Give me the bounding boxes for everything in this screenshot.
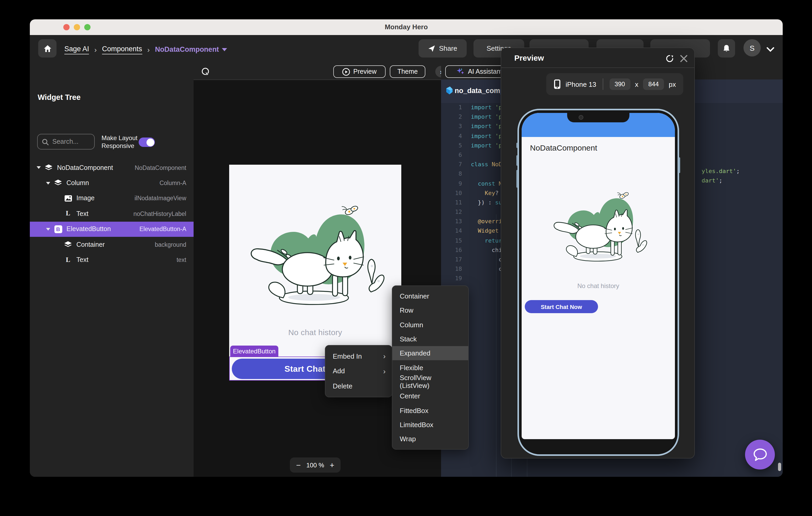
bell-icon <box>723 44 730 53</box>
zoom-in-button[interactable]: + <box>329 461 334 469</box>
dimension-separator: x <box>635 80 638 88</box>
account-chevron-down-icon[interactable] <box>766 47 774 52</box>
device-selector[interactable]: iPhone 13 390 x 844 px <box>546 73 683 95</box>
submenu-item-flexible[interactable]: Flexible <box>393 361 468 375</box>
dart-file-icon <box>446 86 453 95</box>
context-menu-item-add[interactable]: Add› <box>325 364 392 378</box>
layers-icon <box>45 163 53 172</box>
breadcrumb-current[interactable]: NoDataComponent <box>155 45 227 53</box>
sparkles-icon <box>457 67 465 76</box>
tree-row-nodatacomponent[interactable]: NoDataComponentNoDataComponent <box>30 160 194 175</box>
submenu-item-expanded[interactable]: Expanded <box>393 346 468 361</box>
tree-row-label: ElevatedButton <box>66 225 111 233</box>
breadcrumb-separator: › <box>147 45 150 54</box>
preview-panel: Preview iPhone 13 390 x 844 px NoDataCom… <box>501 48 695 458</box>
zoom-control: − 100 % + <box>290 457 341 473</box>
phone-power-button <box>678 157 680 173</box>
home-button[interactable] <box>38 39 57 58</box>
theme-button[interactable]: Theme <box>390 65 425 78</box>
submenu-item-center[interactable]: Center <box>393 389 468 403</box>
submenu-item-column[interactable]: Column <box>393 317 468 332</box>
tree-row-meta: NoDataComponent <box>135 164 186 171</box>
phone-mute-switch <box>516 143 518 148</box>
context-menu-item-delete[interactable]: Delete <box>325 378 392 393</box>
dimension-unit: px <box>669 80 676 88</box>
code-fragment: yles.dart'; <box>702 167 740 176</box>
tree-row-label: Container <box>77 241 105 248</box>
close-icon[interactable] <box>679 54 688 63</box>
device-height-field[interactable]: 844 <box>643 79 664 90</box>
breadcrumb-components[interactable]: Components <box>102 45 142 54</box>
image-icon <box>64 194 72 203</box>
context-menu: Embed In›Add›Delete <box>325 345 393 397</box>
tree-caret-icon[interactable] <box>46 228 50 231</box>
tree-row-elevatedbutton[interactable]: BElevatedButtonElevatedButton-A <box>30 221 194 237</box>
phone-mockup: NoDataComponent No chat history Start Ch… <box>517 109 679 456</box>
camera-icon <box>579 115 583 120</box>
layers-icon <box>54 179 62 187</box>
embed-in-submenu: ContainerRowColumnStackExpandedFlexibleS… <box>392 285 469 450</box>
refresh-icon[interactable] <box>666 54 674 63</box>
play-icon <box>342 68 350 75</box>
tree-row-meta: Column-A <box>160 180 186 186</box>
tree-row-container[interactable]: Containerbackground <box>30 237 194 252</box>
tree-row-text[interactable]: LTexttext <box>30 252 194 268</box>
tree-row-image[interactable]: ImageilNodataImageView <box>30 191 194 206</box>
phone-screen: NoDataComponent No chat history Start Ch… <box>522 113 675 439</box>
tree-caret-icon[interactable] <box>46 182 50 184</box>
zoom-out-button[interactable]: − <box>296 461 301 469</box>
tree-row-label: Image <box>77 195 95 202</box>
phone-volume-button <box>516 155 518 166</box>
tree-row-column[interactable]: ColumnColumn-A <box>30 175 194 191</box>
start-chat-now-button[interactable]: Start Chat Now <box>525 300 598 313</box>
preview-panel-title: Preview <box>514 53 544 62</box>
screen: Monday Hero Sage AI › Components › NoDat… <box>0 0 812 516</box>
tree-row-label: NoDataComponent <box>57 164 113 171</box>
tree-row-label: Text <box>77 210 88 217</box>
cat-illustration <box>244 188 386 314</box>
tree-row-text[interactable]: LTextnoChatHistoryLabel <box>30 206 194 221</box>
submenu-item-stack[interactable]: Stack <box>393 332 468 346</box>
submenu-item-wrap[interactable]: Wrap <box>393 432 468 446</box>
preview-button[interactable]: Preview <box>333 65 385 78</box>
button-icon: B <box>54 225 62 234</box>
tree-row-meta: ilNodataImageView <box>135 195 186 202</box>
phone-notch <box>567 113 630 122</box>
submenu-item-container[interactable]: Container <box>393 289 468 303</box>
submenu-item-fittedbox[interactable]: FittedBox <box>393 403 468 418</box>
widget-tree-panel: Widget Tree Search... Make Layout Respon… <box>30 64 194 477</box>
phone-volume-button <box>516 170 518 188</box>
responsive-toggle-label: Make Layout Responsive <box>102 134 138 150</box>
zoom-value: 100 % <box>306 461 324 469</box>
device-width-field[interactable]: 390 <box>609 79 630 90</box>
inspect-icon[interactable] <box>201 67 210 76</box>
app-bar-title: NoDataComponent <box>530 143 597 152</box>
widget-tree-title: Widget Tree <box>38 93 81 101</box>
device-name: iPhone 13 <box>566 80 596 88</box>
submenu-item-scrollview-listview-[interactable]: ScrollView (ListView) <box>393 375 468 389</box>
search-input[interactable]: Search... <box>37 134 95 150</box>
editor-scrollbar[interactable] <box>778 463 781 471</box>
file-name: no_data_comp <box>455 87 504 95</box>
chat-bubble-icon <box>752 447 768 462</box>
no-chat-history-text: No chat history <box>229 328 401 337</box>
tree-row-label: Column <box>66 179 89 187</box>
macos-titlebar: Monday Hero <box>30 19 783 35</box>
text-icon: L <box>64 210 72 218</box>
tree-caret-icon[interactable] <box>37 166 41 169</box>
share-button[interactable]: Share <box>418 39 467 58</box>
home-icon <box>43 44 52 53</box>
submenu-chevron-icon: › <box>383 352 385 361</box>
help-chat-fab[interactable] <box>745 440 775 469</box>
canvas-toolbar: Preview Theme › <box>194 64 441 80</box>
submenu-item-limitedbox[interactable]: LimitedBox <box>393 418 468 432</box>
breadcrumb-sage-ai[interactable]: Sage AI <box>64 45 89 54</box>
chevron-down-icon <box>222 48 227 51</box>
avatar[interactable]: S <box>744 39 761 57</box>
submenu-item-row[interactable]: Row <box>393 303 468 318</box>
responsive-toggle[interactable] <box>139 138 155 147</box>
notifications-button[interactable] <box>718 39 735 58</box>
context-menu-item-embed-in[interactable]: Embed In› <box>325 349 392 364</box>
breadcrumb-separator: › <box>94 45 97 54</box>
submenu-chevron-icon: › <box>383 367 385 375</box>
